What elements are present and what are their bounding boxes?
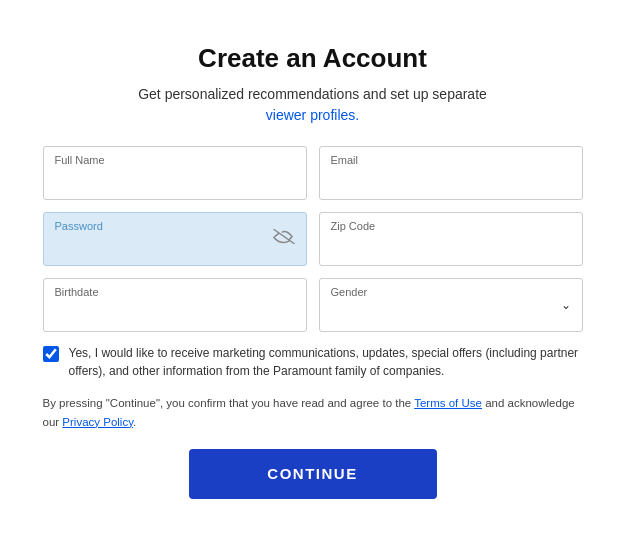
zip-field-wrapper: Zip Code (319, 212, 583, 266)
birthdate-field-wrapper: Birthdate (43, 278, 307, 332)
full-name-field-wrapper: Full Name (43, 146, 307, 200)
password-input[interactable] (43, 212, 307, 266)
gender-field-wrapper: Gender Male Female Other Prefer not to s… (319, 278, 583, 332)
gender-select[interactable]: Male Female Other Prefer not to say (319, 278, 583, 332)
form-grid-row2: Password Zip Code (43, 212, 583, 266)
zip-input[interactable] (319, 212, 583, 266)
password-field-wrapper: Password (43, 212, 307, 266)
page-title: Create an Account (43, 43, 583, 74)
form-grid-row3: Birthdate Gender Male Female Other Prefe… (43, 278, 583, 332)
terms-text-before: By pressing "Continue", you confirm that… (43, 397, 415, 409)
marketing-checkbox-row: Yes, I would like to receive marketing c… (43, 344, 583, 380)
continue-button[interactable]: CONTINUE (189, 449, 437, 499)
page-subtitle: Get personalized recommendations and set… (43, 84, 583, 126)
account-creation-form: Create an Account Get personalized recom… (33, 19, 593, 519)
terms-text-after: . (133, 416, 136, 428)
privacy-policy-link[interactable]: Privacy Policy (62, 416, 133, 428)
email-input[interactable] (319, 146, 583, 200)
eye-slash-icon[interactable] (273, 229, 295, 250)
full-name-input[interactable] (43, 146, 307, 200)
marketing-checkbox[interactable] (43, 346, 59, 362)
form-grid-row1: Full Name Email (43, 146, 583, 200)
terms-of-use-link[interactable]: Terms of Use (414, 397, 482, 409)
subtitle-link[interactable]: viewer profiles. (266, 107, 359, 123)
birthdate-input[interactable] (43, 278, 307, 332)
subtitle-text: Get personalized recommendations and set… (138, 86, 487, 102)
terms-text: By pressing "Continue", you confirm that… (43, 394, 583, 431)
marketing-checkbox-label[interactable]: Yes, I would like to receive marketing c… (69, 344, 583, 380)
email-field-wrapper: Email (319, 146, 583, 200)
